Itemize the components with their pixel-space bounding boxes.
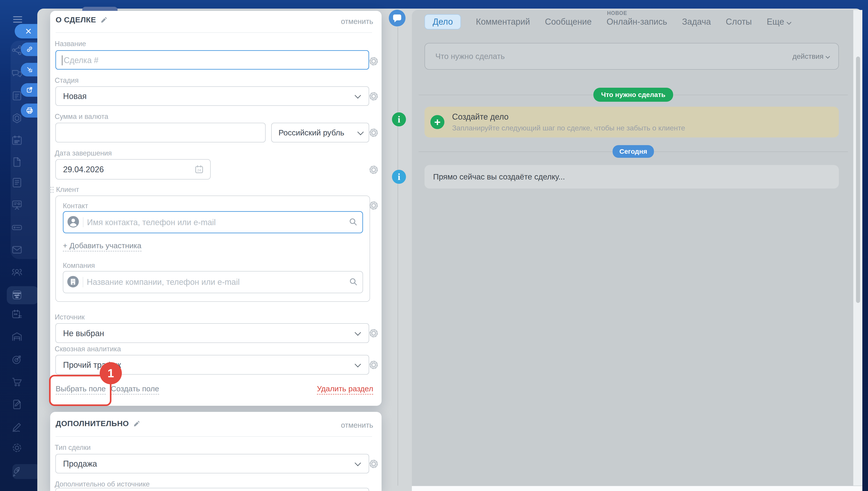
tab-comment[interactable]: Комментарий (476, 17, 530, 27)
print-button[interactable] (21, 104, 40, 118)
edit-pencil-icon[interactable] (133, 420, 141, 428)
input-divider (83, 277, 83, 287)
stage-select[interactable]: Новая (55, 86, 369, 106)
deal-type-select[interactable]: Продажа (55, 454, 369, 473)
composer-placeholder: Что нужно сделать (436, 52, 505, 61)
currency-select[interactable]: Российский рубль (271, 123, 369, 142)
composer-actions-dropdown[interactable]: действия (792, 52, 829, 61)
deal-type-field-label: Тип сделки (55, 443, 91, 452)
funnel-icon[interactable] (11, 289, 23, 301)
annotation-step-badge: 1 (100, 362, 122, 384)
link-icon (26, 46, 33, 53)
close-date-value: 29.04.2026 (63, 165, 104, 174)
chevron-down-icon (787, 20, 791, 25)
company-field-label: Компания (63, 262, 95, 270)
open-external-button[interactable] (21, 83, 40, 97)
copy-link-button[interactable] (21, 42, 40, 56)
gear-icon[interactable] (11, 442, 23, 454)
target-icon[interactable] (11, 353, 23, 366)
presentation-icon[interactable] (11, 199, 23, 211)
cancel-section-link[interactable]: отменить (341, 421, 373, 430)
chevron-down-icon (355, 460, 361, 466)
calendar-tasks-icon[interactable] (11, 308, 23, 321)
drive-icon[interactable] (11, 221, 23, 233)
calendar-icon[interactable] (11, 134, 23, 146)
new-tag: НОВОЕ (607, 10, 627, 16)
deal-form-title: О СДЕЛКЕ (56, 16, 96, 24)
contact-field-label: Контакт (63, 202, 88, 210)
hexagon-icon[interactable] (11, 112, 23, 124)
task-composer-input[interactable]: Что нужно сделать действия (424, 43, 839, 69)
delete-section-link[interactable]: Удалить раздел (317, 384, 373, 395)
file-icon[interactable] (11, 156, 23, 168)
external-link-icon (26, 86, 33, 94)
suggestion-title: Создайте дело (452, 112, 509, 122)
import-button[interactable] (21, 63, 40, 77)
extra-form-title: ДОПОЛНИТЕЛЬНО (56, 419, 129, 428)
info-icon-blue: i (392, 170, 406, 184)
contact-placeholder: Имя контакта, телефон или e-mail (87, 218, 216, 227)
deal-type-value: Продажа (63, 459, 97, 469)
feed-tabs: Дело Комментарий Сообщение НОВОЕ Онлайн-… (424, 15, 791, 29)
company-placeholder: Название компании, телефон или e-mail (87, 278, 240, 287)
cancel-section-link[interactable]: отменить (341, 17, 373, 26)
analytics-settings-gear-icon[interactable] (368, 360, 379, 370)
text-caret (62, 55, 62, 65)
client-settings-gear-icon[interactable] (368, 200, 379, 211)
printer-icon (26, 107, 34, 115)
feed-scrollbar-track[interactable] (853, 10, 862, 486)
activity-feed-panel: Дело Комментарий Сообщение НОВОЕ Онлайн-… (412, 10, 862, 491)
feed-scrollbar-thumb[interactable] (856, 57, 860, 303)
tab-message[interactable]: Сообщение (545, 17, 592, 27)
add-participant-link[interactable]: + Добавить участника (63, 241, 142, 251)
drag-handle-icon[interactable] (51, 187, 54, 195)
deal-type-settings-gear-icon[interactable] (368, 459, 379, 469)
create-task-suggestion-card[interactable]: + Создайте дело Запланируйте следующий ш… (424, 107, 839, 138)
budget-amount-input[interactable] (55, 123, 266, 142)
select-field-link[interactable]: Выбрать поле (56, 384, 106, 395)
todo-badge: Что нужно сделать (593, 88, 673, 102)
date-divider-row: Сегодня (419, 146, 848, 157)
stage-settings-gear-icon[interactable] (368, 91, 379, 102)
close-button[interactable] (15, 24, 39, 38)
chat-toggle-button[interactable] (389, 10, 406, 26)
edit-pencil-icon[interactable] (100, 16, 108, 24)
source-extra-input[interactable] (55, 488, 369, 491)
contract-icon[interactable] (11, 398, 23, 410)
source-select[interactable]: Не выбран (55, 323, 369, 343)
tab-deal[interactable]: Дело (424, 14, 461, 29)
deal-name-input[interactable]: Сделка # (55, 50, 369, 69)
date-badge: Сегодня (612, 145, 654, 158)
company-search-input[interactable]: Название компании, телефон или e-mail (63, 271, 363, 293)
tab-slots[interactable]: Слоты (726, 17, 752, 27)
mail-icon[interactable] (11, 244, 23, 256)
tab-task[interactable]: Задача (682, 17, 711, 27)
tab-online-booking[interactable]: НОВОЕ Онлайн-запись (606, 17, 667, 27)
plus-icon: + (430, 115, 444, 129)
warehouse-icon[interactable] (11, 330, 23, 343)
calendar-date-icon[interactable]: 24 (194, 164, 204, 175)
date-settings-gear-icon[interactable] (368, 165, 379, 175)
analytics-field-label: Сквозная аналитика (55, 345, 121, 353)
chevron-down-icon (357, 128, 364, 135)
hamburger-icon[interactable] (13, 16, 22, 23)
feed-bottom-bar (412, 486, 862, 491)
budget-settings-gear-icon[interactable] (368, 127, 379, 138)
name-settings-gear-icon[interactable] (368, 56, 379, 66)
svg-text:24: 24 (197, 168, 201, 172)
pen-icon[interactable] (11, 421, 23, 433)
rocket-icon[interactable] (11, 466, 23, 478)
info-icon-green: i (392, 112, 406, 126)
arrow-down-right-icon (26, 66, 33, 74)
close-date-input[interactable]: 29.04.2026 24 (55, 159, 211, 179)
tab-more[interactable]: Еще (767, 17, 791, 27)
contact-search-input[interactable]: Имя контакта, телефон или e-mail (63, 211, 363, 233)
create-field-link[interactable]: Создать поле (111, 384, 159, 395)
chevron-down-icon (355, 361, 361, 367)
cart-icon[interactable] (11, 376, 23, 388)
source-settings-gear-icon[interactable] (368, 328, 379, 339)
people-icon[interactable] (11, 266, 23, 278)
source-extra-field-label: Дополнительно об источнике (55, 480, 150, 488)
todo-divider-row: Что нужно сделать (419, 88, 848, 101)
document-icon[interactable] (11, 177, 23, 189)
